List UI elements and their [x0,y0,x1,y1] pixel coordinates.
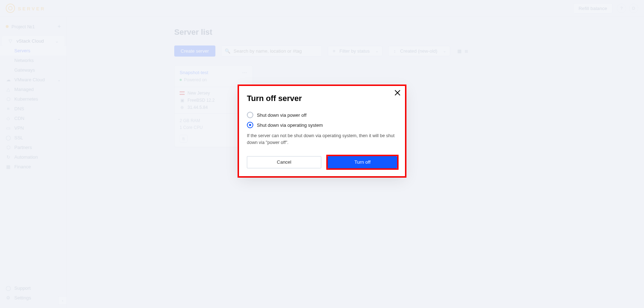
radio-option-os[interactable]: Shut down via operating system [247,122,397,128]
modal-title: Turn off server [247,94,397,103]
modal-actions: Cancel Turn off [247,156,397,168]
radio-label: Shut down via power off [257,112,307,118]
radio-label: Shut down via operating system [257,122,323,128]
turn-off-modal: Turn off server Shut down via power off … [239,86,405,176]
close-icon[interactable] [394,90,401,97]
radio-icon [247,112,253,118]
modal-note: If the server can not be shut down via o… [247,133,397,146]
modal-overlay: Turn off server Shut down via power off … [0,0,644,308]
cancel-button[interactable]: Cancel [247,156,321,168]
turn-off-button[interactable]: Turn off [328,156,397,168]
radio-option-poweroff[interactable]: Shut down via power off [247,112,397,118]
radio-checked-icon [247,122,253,128]
